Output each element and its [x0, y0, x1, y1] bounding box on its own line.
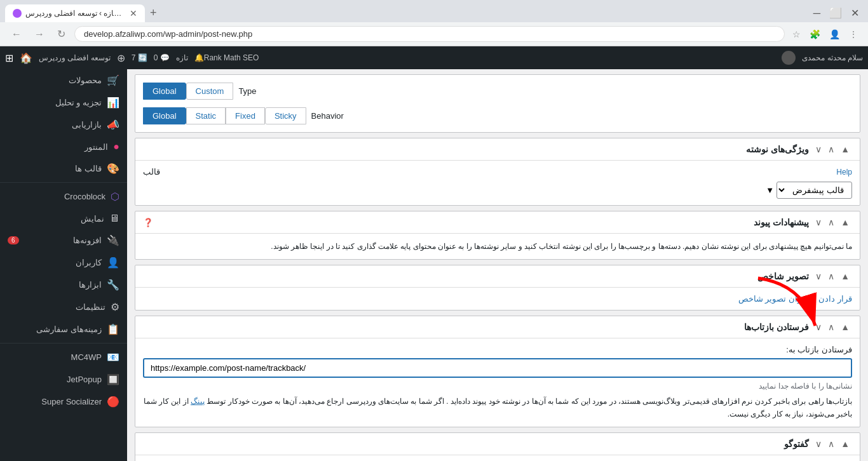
users-icon: 👤: [107, 257, 119, 269]
link-suggestions-panel: ▲ ∧ ∨ پیشنهادات پیوند ❓ ما نمی‌توانیم هی…: [135, 211, 860, 260]
link-suggestions-move-up-button[interactable]: ∧: [825, 217, 837, 228]
home-icon[interactable]: 🏠: [20, 52, 32, 64]
writing-features-panel: ▲ ∧ ∨ ویژگی‌های نوشته Help قالب قالب پیش…: [135, 138, 860, 206]
close-window-button[interactable]: ✕: [847, 6, 863, 20]
global-type-button[interactable]: Global: [143, 83, 186, 100]
super-socializer-icon: 🔴: [107, 396, 119, 408]
fixed-button[interactable]: Fixed: [226, 107, 265, 124]
browser-tab[interactable]: نوشتهٔ تازه › توسعه افضلی وردپرس ✕: [5, 4, 145, 22]
comments-move-down-button[interactable]: ∨: [813, 438, 824, 450]
comments-collapse-button[interactable]: ▲: [838, 438, 852, 450]
sidebar-item-appearance[interactable]: 🖥 نمایش: [0, 208, 127, 229]
crocoblock-icon: ⬡: [111, 190, 119, 203]
sidebar-item-mc4wp[interactable]: 📧 MC4WP: [0, 346, 127, 368]
sticky-button[interactable]: Sticky: [265, 107, 306, 124]
sidebar-item-elementor[interactable]: ● المنتور: [0, 136, 127, 157]
panel-move-down-button[interactable]: ∨: [813, 144, 824, 155]
template-label: قالب: [143, 167, 160, 177]
static-button[interactable]: Static: [186, 107, 226, 124]
panel-move-up-button[interactable]: ∧: [825, 144, 837, 155]
appearance-icon: 🖥: [109, 213, 119, 224]
templates-icon: 🎨: [107, 163, 119, 175]
bookmark-button[interactable]: ☆: [790, 28, 803, 41]
admin-bar-new[interactable]: تازه: [176, 53, 188, 62]
type-label: Type: [238, 86, 256, 96]
panel-collapse-button[interactable]: ▲: [838, 144, 852, 155]
back-button[interactable]: ←: [8, 27, 25, 41]
trackback-note: نشانی‌ها را با فاصله جدا نمایید: [143, 382, 852, 391]
sidebar-item-templates[interactable]: 🎨 قالب ها: [0, 157, 127, 180]
wp-icon[interactable]: ⊞: [5, 52, 13, 64]
sidebar-item-marketing[interactable]: 📣 بازاریابی: [0, 114, 127, 136]
ping-link[interactable]: پینگ: [191, 397, 205, 406]
settings-icon: ⚙: [111, 301, 119, 313]
tab-title: نوشتهٔ تازه › توسعه افضلی وردپرس: [25, 9, 123, 18]
sidebar-item-super-socializer[interactable]: 🔴 Super Socializer: [0, 391, 127, 413]
template-select[interactable]: قالب پیشفرض: [776, 182, 852, 199]
help-link[interactable]: Help: [836, 168, 852, 177]
tab-close-button[interactable]: ✕: [130, 8, 137, 18]
elementor-icon: ●: [113, 141, 119, 152]
sidebar-item-plugins[interactable]: 🔌 افزونه‌ها 6: [0, 229, 127, 251]
custom-type-button[interactable]: Custom: [186, 83, 234, 100]
minimize-button[interactable]: ─: [810, 6, 824, 20]
admin-bar: سلام محدثه محمدی Rank Math SEO🔔 تازه 💬 0…: [0, 46, 868, 69]
behavior-label: Behavior: [311, 111, 344, 121]
admin-bar-updates[interactable]: 🔄 7: [132, 53, 147, 62]
comments-move-up-button[interactable]: ∧: [825, 438, 837, 450]
tools-icon: 🔧: [107, 279, 119, 291]
comments-title: گفتوگو: [143, 439, 809, 449]
trackbacks-move-down-button[interactable]: ∨: [813, 321, 824, 333]
forward-button[interactable]: →: [31, 27, 48, 41]
analytics-icon: 📊: [107, 97, 119, 109]
user-greeting: سلام محدثه محمدی: [802, 53, 863, 62]
behavior-button-group: Sticky Fixed Static Global: [143, 107, 306, 124]
trackback-url-input[interactable]: [143, 358, 852, 378]
main-content: Type Custom Global Behavior Sticky Fixed…: [127, 69, 868, 461]
trackbacks-collapse-button[interactable]: ▲: [838, 321, 852, 333]
new-tab-button[interactable]: +: [147, 4, 159, 22]
mc4wp-icon: 📧: [107, 351, 119, 363]
marketing-icon: 📣: [107, 119, 119, 131]
menu-button[interactable]: ⋮: [846, 28, 860, 41]
reload-button[interactable]: ↻: [53, 27, 69, 41]
admin-sidebar: 🛒 محصولات 📊 تجزیه و تحلیل 📣 بازاریابی ● …: [0, 69, 127, 461]
link-suggestions-collapse-button[interactable]: ▲: [838, 217, 852, 228]
plugins-icon: 🔌: [107, 234, 119, 246]
featured-image-panel: ▲ ∧ ∨ تصویر شاخص قرار دادن به‌عنوان تصوی…: [135, 265, 860, 311]
extensions-button[interactable]: 🧩: [807, 28, 823, 41]
sidebar-item-settings[interactable]: ⚙ تنظیمات: [0, 296, 127, 318]
trackbacks-move-up-button[interactable]: ∧: [825, 321, 837, 333]
sidebar-item-tools[interactable]: 🔧 ابزارها: [0, 274, 127, 296]
tab-favicon: [13, 9, 22, 18]
sidebar-item-users[interactable]: 👤 کاربران: [0, 251, 127, 274]
link-suggestions-text: ما نمی‌توانیم هیچ پیشنهادی برای این نوشت…: [143, 240, 852, 253]
acf-icon: 📋: [107, 323, 119, 335]
site-name[interactable]: توسعه افضلی وردپرس: [39, 53, 111, 62]
trackback-description: بازتاب‌ها راهی برای باخبر کردن نرم افزار…: [143, 396, 852, 420]
sidebar-item-jetpopup[interactable]: 🔲 JetPopup: [0, 368, 127, 391]
sidebar-item-crocoblock[interactable]: ⬡ Crocoblock: [0, 185, 127, 208]
rank-math-bar-item[interactable]: Rank Math SEO🔔: [194, 53, 259, 62]
maximize-button[interactable]: ⬜: [825, 6, 846, 20]
type-behavior-section: Type Custom Global Behavior Sticky Fixed…: [135, 74, 860, 133]
set-featured-image-link[interactable]: قرار دادن به‌عنوان تصویر شاخص: [738, 294, 852, 304]
type-button-group: Custom Global: [143, 83, 233, 100]
sidebar-item-analytics[interactable]: 📊 تجزیه و تحلیل: [0, 91, 127, 114]
products-icon: 🛒: [107, 74, 119, 86]
featured-img-move-up-button[interactable]: ∧: [825, 271, 837, 282]
trackbacks-panel: ▲ ∧ ∨ فرستادن بازتاب‌ها فرستادن بازتاب ب…: [135, 316, 860, 427]
profile-button[interactable]: 👤: [827, 28, 843, 41]
featured-img-collapse-button[interactable]: ▲: [838, 271, 852, 282]
trackback-send-label: فرستادن بازتاب به:: [143, 345, 852, 354]
sidebar-item-products[interactable]: 🛒 محصولات: [0, 69, 127, 91]
address-bar[interactable]: [74, 26, 785, 42]
wp-logo[interactable]: ⊕: [117, 52, 125, 64]
plugins-badge: 6: [8, 236, 19, 244]
select-chevron-icon: ▼: [766, 185, 774, 195]
sidebar-item-acf[interactable]: 📋 زمینه‌های سفارشی: [0, 318, 127, 340]
featured-img-move-down-button[interactable]: ∨: [813, 271, 824, 282]
link-suggestions-move-down-button[interactable]: ∨: [813, 217, 824, 228]
global-behavior-button[interactable]: Global: [143, 107, 186, 124]
admin-bar-comments[interactable]: 💬 0: [154, 53, 170, 62]
